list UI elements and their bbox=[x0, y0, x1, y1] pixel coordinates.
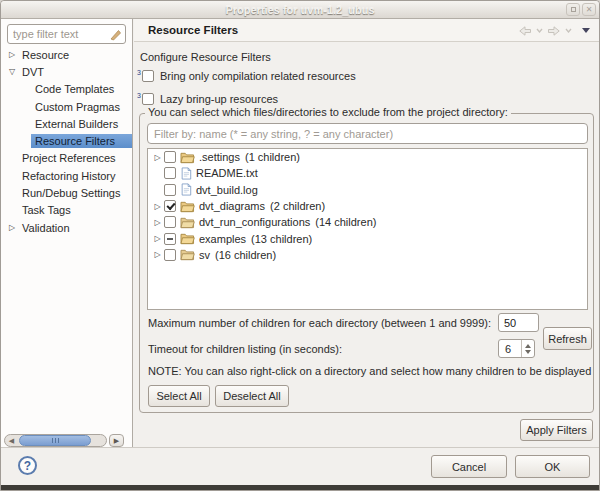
expander-icon[interactable] bbox=[6, 50, 18, 59]
file-name: dvt_build.log bbox=[196, 184, 258, 196]
sidebar-item-dvt[interactable]: DVT bbox=[1, 63, 132, 80]
folder-icon bbox=[180, 216, 195, 229]
view-menu-icon[interactable] bbox=[582, 28, 590, 33]
forward-icon[interactable] bbox=[547, 25, 561, 37]
option-label: Bring only compilation related resources bbox=[160, 70, 356, 82]
maximize-icon bbox=[571, 7, 576, 12]
back-menu-caret-icon[interactable] bbox=[536, 28, 543, 33]
file-children-count: (14 children) bbox=[315, 216, 376, 228]
timeout-spinner[interactable]: 6 bbox=[498, 339, 535, 358]
option-lazy-bringup: 3 Lazy bring-up resources bbox=[137, 93, 278, 105]
folder-icon bbox=[180, 151, 195, 164]
sidebar-item-project-references[interactable]: Project References bbox=[1, 150, 132, 167]
file-icon bbox=[180, 167, 192, 180]
file-checkbox[interactable] bbox=[164, 167, 176, 179]
option-bring-compilation: 3 Bring only compilation related resourc… bbox=[137, 70, 356, 82]
sidebar-item-refactoring-history[interactable]: Refactoring History bbox=[1, 167, 132, 184]
select-all-button[interactable]: Select All bbox=[148, 385, 210, 407]
sidebar-tree: Resource DVT Code Templates Custom Pragm… bbox=[1, 46, 132, 236]
expander-icon[interactable] bbox=[152, 153, 163, 162]
file-row-dvt-diagrams[interactable]: dvt_diagrams (2 children) bbox=[148, 198, 587, 214]
sidebar-horizontal-scrollbar[interactable]: ◀ ▶ bbox=[4, 434, 124, 447]
apply-filters-button[interactable]: Apply Filters bbox=[520, 419, 593, 441]
file-row-settings[interactable]: .settings (1 children) bbox=[148, 149, 587, 165]
scroll-right-button[interactable]: ▶ bbox=[109, 434, 124, 447]
file-checkbox[interactable] bbox=[164, 200, 176, 212]
file-filter-input[interactable] bbox=[147, 123, 588, 144]
folder-icon bbox=[180, 248, 195, 261]
close-icon: ✕ bbox=[586, 6, 593, 14]
folder-icon bbox=[180, 200, 195, 213]
sidebar-item-run-debug-settings[interactable]: Run/Debug Settings bbox=[1, 184, 132, 201]
file-name: .settings bbox=[199, 151, 240, 163]
spin-up-icon[interactable] bbox=[525, 344, 531, 348]
window-maximize-button[interactable] bbox=[566, 3, 580, 16]
spin-down-icon[interactable] bbox=[525, 350, 531, 354]
refresh-button[interactable]: Refresh bbox=[543, 327, 592, 350]
expander-icon[interactable] bbox=[152, 218, 163, 227]
help-button[interactable]: ? bbox=[18, 456, 37, 475]
window-close-button[interactable]: ✕ bbox=[582, 3, 596, 16]
window-bottom-edge bbox=[1, 485, 599, 491]
sidebar-item-code-templates[interactable]: Code Templates bbox=[1, 81, 132, 98]
ok-button[interactable]: OK bbox=[515, 455, 590, 478]
expander-icon[interactable] bbox=[152, 202, 163, 211]
file-icon bbox=[180, 183, 192, 196]
file-name: README.txt bbox=[196, 167, 258, 179]
sidebar: Resource DVT Code Templates Custom Pragm… bbox=[1, 19, 133, 447]
expander-icon[interactable] bbox=[6, 223, 18, 232]
group-legend: You can select which files/directories t… bbox=[145, 106, 511, 118]
page-header: Resource Filters bbox=[134, 19, 600, 42]
file-checkbox[interactable] bbox=[164, 233, 176, 245]
option-label: Lazy bring-up resources bbox=[160, 93, 278, 105]
section-title: Configure Resource Filters bbox=[140, 51, 271, 63]
window-title: Properties for uvm-1.2_ubus bbox=[225, 4, 374, 16]
sidebar-item-resource-filters[interactable]: Resource Filters bbox=[1, 132, 132, 149]
scrollbar-thumb[interactable] bbox=[19, 435, 91, 446]
forward-menu-caret-icon[interactable] bbox=[565, 28, 572, 33]
file-name: sv bbox=[199, 249, 210, 261]
sidebar-item-custom-pragmas[interactable]: Custom Pragmas bbox=[1, 98, 132, 115]
file-row-examples[interactable]: examples (13 children) bbox=[148, 230, 587, 246]
lazy-bringup-checkbox[interactable] bbox=[142, 93, 154, 105]
file-tree: .settings (1 children) README.txt dvt_b bbox=[147, 148, 588, 310]
file-children-count: (2 children) bbox=[270, 200, 325, 212]
file-name: examples bbox=[199, 233, 246, 245]
max-children-label: Maximum number of children for each dire… bbox=[148, 317, 491, 329]
file-children-count: (13 children) bbox=[251, 233, 312, 245]
deselect-all-button[interactable]: Deselect All bbox=[215, 385, 289, 407]
scrollbar-track[interactable]: ◀ bbox=[4, 434, 107, 447]
file-row-dvt-run-configurations[interactable]: dvt_run_configurations (14 children) bbox=[148, 214, 587, 230]
bring-compilation-checkbox[interactable] bbox=[142, 70, 154, 82]
file-row-sv[interactable]: sv (16 children) bbox=[148, 247, 587, 263]
sidebar-item-external-builders[interactable]: External Builders bbox=[1, 115, 132, 132]
max-children-input[interactable] bbox=[498, 313, 539, 332]
file-checkbox[interactable] bbox=[164, 184, 176, 196]
sidebar-item-validation[interactable]: Validation bbox=[1, 219, 132, 236]
file-row-dvt-build-log[interactable]: dvt_build.log bbox=[148, 182, 587, 198]
footer: ? Cancel OK bbox=[1, 448, 599, 485]
cancel-button[interactable]: Cancel bbox=[431, 455, 507, 478]
sidebar-item-task-tags[interactable]: Task Tags bbox=[1, 202, 132, 219]
file-checkbox[interactable] bbox=[164, 249, 176, 261]
file-row-readme[interactable]: README.txt bbox=[148, 165, 587, 181]
file-name: dvt_diagrams bbox=[199, 200, 265, 212]
titlebar[interactable]: Properties for uvm-1.2_ubus ✕ bbox=[1, 1, 599, 19]
timeout-label: Timeout for children listing (in seconds… bbox=[148, 343, 342, 355]
file-children-count: (1 children) bbox=[245, 151, 300, 163]
timeout-value: 6 bbox=[499, 343, 521, 355]
exclude-group: You can select which files/directories t… bbox=[139, 113, 594, 413]
scroll-left-icon[interactable]: ◀ bbox=[5, 435, 18, 446]
file-checkbox[interactable] bbox=[164, 151, 176, 163]
file-name: dvt_run_configurations bbox=[199, 216, 310, 228]
back-icon[interactable] bbox=[518, 25, 532, 37]
filter-icon bbox=[109, 28, 122, 41]
page-title: Resource Filters bbox=[148, 24, 238, 36]
expander-icon[interactable] bbox=[6, 67, 18, 76]
sidebar-item-resource[interactable]: Resource bbox=[1, 46, 132, 63]
expander-icon[interactable] bbox=[152, 250, 163, 259]
file-children-count: (16 children) bbox=[215, 249, 276, 261]
folder-icon bbox=[180, 232, 195, 245]
file-checkbox[interactable] bbox=[164, 216, 176, 228]
expander-icon[interactable] bbox=[152, 234, 163, 243]
